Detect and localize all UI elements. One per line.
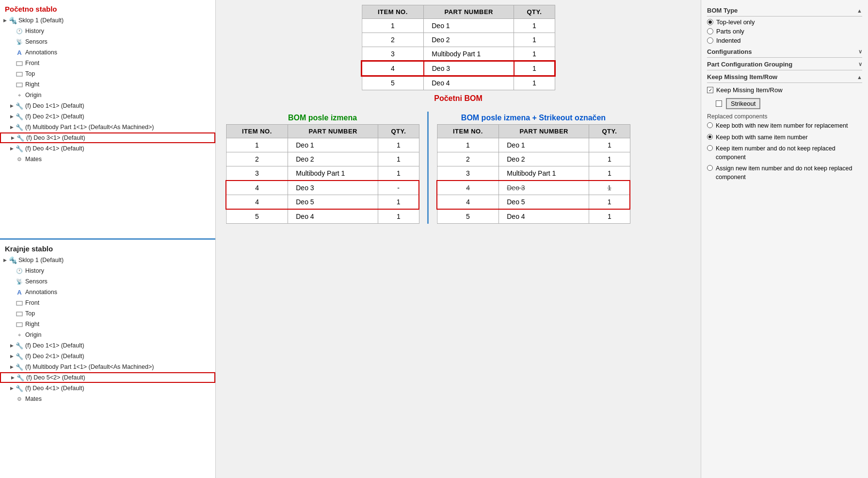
tree-item-mates-top[interactable]: ▶ ⚙ Mates [0, 154, 215, 165]
strikethrough-part: Deo 3 [507, 184, 525, 192]
item-no: 2 [437, 152, 499, 166]
strikeout-checkbox[interactable] [716, 100, 722, 107]
radio-keep-item-no-replaced[interactable]: Keep item number and do not keep replace… [707, 145, 862, 162]
tree-item-deo3-top[interactable]: ▶ 🔧 (f) Deo 3<1> (Default) [0, 132, 215, 143]
part-number: Deo 3 [499, 181, 589, 195]
part-number: Multibody Part 1 [424, 47, 514, 62]
part-number: Deo 5 [499, 195, 589, 210]
expand-multibody-top[interactable]: ▶ [9, 124, 15, 130]
strikeout-button[interactable]: Strikeout [726, 98, 760, 109]
tree-item-top-bot[interactable]: ▶ Top [0, 308, 215, 319]
tree-item-annotations-bot[interactable]: ▶ A Annotations [0, 287, 215, 297]
expand-deo2-top[interactable]: ▶ [9, 114, 15, 119]
deo3-top-label: (f) Deo 3<1> (Default) [26, 134, 85, 141]
keep-missing-checkbox[interactable]: Keep Missing Item/Row [707, 86, 783, 94]
top-bom-col-item: ITEM NO. [362, 5, 424, 19]
bom-type-label: BOM Type [707, 7, 738, 14]
expand-deo3-top[interactable]: ▶ [10, 135, 16, 141]
item-no: 3 [226, 166, 288, 181]
tree-item-multibody-top[interactable]: ▶ 🔧 (f) Multibody Part 1<1> (Default<As … [0, 122, 215, 132]
tree-item-right-top[interactable]: ▶ Right [0, 79, 215, 90]
expand-deo4-top[interactable]: ▶ [9, 146, 15, 151]
tree-item-sensors-bot[interactable]: ▶ 📡 Sensors [0, 276, 215, 287]
top-tree-label: Početno stablo [0, 2, 215, 15]
qty: 1 [378, 166, 419, 181]
tree-item-deo1-top[interactable]: ▶ 🔧 (f) Deo 1<1> (Default) [0, 100, 215, 111]
part-deo4-icon-top: 🔧 [16, 145, 23, 152]
tree-item-sklop1-bot[interactable]: ▶ 🔩 Sklop 1 (Default) [0, 255, 215, 265]
item-no: 1 [226, 138, 288, 152]
qty: 1 [589, 166, 630, 181]
qty: 1 [514, 61, 555, 76]
qty: 1 [378, 138, 419, 152]
expand-deo4-bot[interactable]: ▶ [9, 385, 15, 391]
part-number: Deo 2 [288, 152, 378, 166]
top-bot-label: Top [25, 310, 35, 317]
expand-deo2-bot[interactable]: ▶ [9, 353, 15, 359]
expand-multibody-bot[interactable]: ▶ [9, 364, 15, 370]
part-number: Deo 1 [424, 19, 514, 33]
tree-item-deo2-top[interactable]: ▶ 🔧 (f) Deo 2<1> (Default) [0, 111, 215, 122]
qty: 1 [589, 195, 630, 210]
qty: 1 [378, 152, 419, 166]
tree-item-deo2-bot[interactable]: ▶ 🔧 (f) Deo 2<1> (Default) [0, 351, 215, 362]
tree-item-deo4-top[interactable]: ▶ 🔧 (f) Deo 4<1> (Default) [0, 143, 215, 154]
configurations-chevron[interactable]: ∨ [858, 49, 862, 55]
mates-icon-top: ⚙ [16, 155, 23, 163]
top-tree-section: Početno stablo ▶ 🔩 Sklop 1 (Default) ▶ 🕐… [0, 0, 215, 240]
expand-deo5-bot[interactable]: ▶ [10, 375, 16, 380]
tree-item-sklop1-top[interactable]: ▶ 🔩 Sklop 1 (Default) [0, 15, 215, 26]
part-config-label: Part Configuration Grouping [707, 61, 792, 68]
radio-assign-new-no-keep[interactable]: Assign new item number and do not keep r… [707, 165, 862, 181]
bottom-bom-row: BOM posle izmena ITEM NO. PART NUMBER QT… [225, 112, 691, 224]
tree-item-front-bot[interactable]: ▶ Front [0, 297, 215, 308]
radio-top-level-only[interactable]: Top-level only [707, 18, 862, 26]
deo1-top-label: (f) Deo 1<1> (Default) [25, 102, 84, 109]
expand-sklop1-top[interactable]: ▶ [2, 17, 8, 23]
radio-indented[interactable]: Indented [707, 37, 862, 44]
keep-missing-section-title: Keep Missing Item/Row ▲ [707, 73, 862, 81]
part-deo4-icon-bot: 🔧 [16, 384, 23, 392]
expand-sklop1-bot[interactable]: ▶ [2, 257, 8, 263]
configurations-divider [707, 57, 862, 58]
part-config-chevron[interactable]: ∨ [858, 61, 862, 67]
part-deo2-icon-top: 🔧 [16, 113, 23, 120]
item-no: 4 [437, 195, 499, 210]
table-row: 2 Deo 2 1 [437, 152, 630, 166]
part-config-divider [707, 70, 862, 70]
strikeout-row: Strikeout [716, 98, 862, 109]
radio-label-indented: Indented [716, 37, 741, 44]
keep-missing-chevron[interactable]: ▲ [857, 74, 862, 80]
tree-item-mates-bot[interactable]: ▶ ⚙ Mates [0, 394, 215, 404]
radio-keep-both-new[interactable]: Keep both with new item number for repla… [707, 122, 862, 131]
top-bom-col-part: PART NUMBER [424, 5, 514, 19]
radio-parts-only[interactable]: Parts only [707, 28, 862, 35]
tree-item-origin-top[interactable]: ▶ ⌖ Origin [0, 90, 215, 100]
part-deo3-icon-top: 🔧 [16, 134, 24, 142]
deo4-bot-label: (f) Deo 4<1> (Default) [25, 385, 84, 392]
expand-deo1-top[interactable]: ▶ [9, 103, 15, 109]
bom-type-chevron-up[interactable]: ▲ [857, 8, 862, 14]
tree-item-history-bot[interactable]: ▶ 🕐 History [0, 265, 215, 276]
tree-item-deo1-bot[interactable]: ▶ 🔧 (f) Deo 1<1> (Default) [0, 340, 215, 351]
tree-item-top-top[interactable]: ▶ Top [0, 68, 215, 79]
tree-item-history-top[interactable]: ▶ 🕐 History [0, 26, 215, 36]
multibody-bot-label: (f) Multibody Part 1<1> (Default<As Mach… [25, 363, 154, 370]
tree-item-right-bot[interactable]: ▶ Right [0, 319, 215, 330]
tree-item-deo5-bot[interactable]: ▶ 🔧 (f) Deo 5<2> (Default) [0, 372, 215, 383]
tree-item-multibody-bot[interactable]: ▶ 🔧 (f) Multibody Part 1<1> (Default<As … [0, 362, 215, 372]
bot-left-col-qty: QTY. [378, 125, 419, 138]
annotations-top-label: Annotations [25, 49, 57, 56]
tree-item-deo4-bot[interactable]: ▶ 🔧 (f) Deo 4<1> (Default) [0, 383, 215, 394]
table-row: 3 Multibody Part 1 1 [437, 166, 630, 181]
tree-item-sensors-top[interactable]: ▶ 📡 Sensors [0, 36, 215, 47]
expand-deo1-bot[interactable]: ▶ [9, 343, 15, 348]
tree-item-annotations-top[interactable]: ▶ A Annotations [0, 47, 215, 58]
radio-keep-both-same[interactable]: Keep both with same item number [707, 133, 862, 142]
deo4-top-label: (f) Deo 4<1> (Default) [25, 145, 84, 152]
tree-item-front-top[interactable]: ▶ Front [0, 58, 215, 68]
item-no: 5 [437, 209, 499, 224]
sklop1-top-label: Sklop 1 (Default) [18, 17, 64, 24]
tree-item-origin-bot[interactable]: ▶ ⌖ Origin [0, 330, 215, 340]
front-top-label: Front [25, 60, 39, 66]
